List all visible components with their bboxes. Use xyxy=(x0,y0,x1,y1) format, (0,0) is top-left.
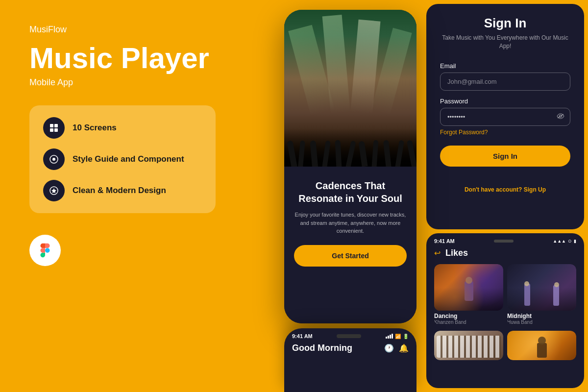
svg-rect-1 xyxy=(54,124,58,127)
style-icon xyxy=(43,148,65,170)
signin-subtitle: Take Music with You Everywhere with Our … xyxy=(440,34,570,50)
concert-image xyxy=(284,10,416,182)
signin-button[interactable]: Sign In xyxy=(440,146,570,167)
likes-wifi-icon: ⊙ xyxy=(568,239,572,244)
piano-artwork xyxy=(434,331,503,360)
signup-action[interactable]: Sign Up xyxy=(524,186,546,193)
dancing-artwork xyxy=(434,264,503,311)
svg-rect-2 xyxy=(50,128,53,132)
likes-title: Likes xyxy=(445,248,468,258)
email-input[interactable] xyxy=(440,73,570,91)
feature-style: Style Guide and Component xyxy=(43,148,202,170)
svg-rect-0 xyxy=(50,124,53,127)
middle-panel: Cadences That Resonate in Your Soul Enjo… xyxy=(274,0,426,392)
likes-item-midnight[interactable]: Midnight Huwa Band xyxy=(507,264,576,325)
signup-link: Don't have account? Sign Up xyxy=(440,186,570,193)
phone-tagline: Cadences That Resonate in Your Soul xyxy=(294,179,407,205)
midnight-title: Midnight xyxy=(507,313,576,319)
subtitle: Mobile App xyxy=(29,77,245,88)
features-card: 10 Screens Style Guide and Component Cle… xyxy=(29,105,216,213)
password-input[interactable] xyxy=(440,108,570,126)
good-morning-text: Good Morning 🕐 🔔 xyxy=(292,343,409,353)
gm-icons: 🕐 🔔 xyxy=(384,343,409,353)
brand-name: MusiFlow xyxy=(29,24,245,35)
likes-notch xyxy=(494,240,514,243)
likes-grid: Dancing Khanzen Band Midnight Huwa Band xyxy=(426,264,584,331)
small-status-time: 9:41 AM xyxy=(292,333,313,339)
svg-rect-3 xyxy=(54,128,58,132)
likes-item-piano[interactable] xyxy=(434,331,503,360)
phone-main-content: Cadences That Resonate in Your Soul Enjo… xyxy=(284,167,416,323)
left-panel: MusiFlow Music Player Mobile App 10 Scre… xyxy=(0,0,274,392)
feature-screens-text: 10 Screens xyxy=(73,123,117,133)
midnight-artist: Huwa Band xyxy=(507,319,576,325)
phone-main: Cadences That Resonate in Your Soul Enjo… xyxy=(284,10,416,323)
eye-icon[interactable] xyxy=(557,113,564,121)
bell-icon: 🔔 xyxy=(399,343,409,353)
likes-status-time: 9:41 AM xyxy=(434,238,455,244)
main-title: Music Player xyxy=(29,43,245,74)
likes-row2 xyxy=(426,331,584,360)
screens-icon xyxy=(43,117,65,139)
likes-status-right: ▲▲▲ ⊙ ▮ xyxy=(553,239,576,244)
phone-small-status: 9:41 AM 📶 🔋 xyxy=(284,328,416,339)
likes-signal-icon: ▲▲▲ xyxy=(553,239,566,244)
svg-point-5 xyxy=(52,158,55,161)
phone-small-content: Good Morning 🕐 🔔 xyxy=(284,339,416,357)
back-icon[interactable]: ↩ xyxy=(434,248,441,258)
notch-pill xyxy=(337,334,361,338)
forgot-password-link[interactable]: Forgot Password? xyxy=(440,129,570,136)
likes-item-dancing[interactable]: Dancing Khanzen Band xyxy=(434,264,503,325)
feature-design-text: Clean & Modern Design xyxy=(73,186,166,196)
feature-design: Clean & Modern Design xyxy=(43,180,202,201)
clock-icon: 🕐 xyxy=(384,343,394,353)
signal-icon xyxy=(386,334,393,339)
phone-small: 9:41 AM 📶 🔋 Good Morning 🕐 🔔 xyxy=(284,328,416,392)
signin-title: Sign In xyxy=(440,16,570,31)
no-account-text: Don't have account? xyxy=(465,186,522,193)
midnight-artwork xyxy=(507,264,576,311)
design-icon xyxy=(43,180,65,201)
password-label: Password xyxy=(440,98,570,105)
likes-header: ↩ Likes xyxy=(426,246,584,264)
dancing-title: Dancing xyxy=(434,313,503,319)
get-started-button[interactable]: Get Started xyxy=(294,245,407,267)
feature-screens: 10 Screens xyxy=(43,117,202,139)
likes-item-headphone[interactable] xyxy=(507,331,576,360)
feature-style-text: Style Guide and Component xyxy=(73,154,184,164)
phone-description: Enjoy your favorite tunes, discover new … xyxy=(294,211,407,235)
likes-battery-icon: ▮ xyxy=(574,239,576,244)
likes-status-bar: 9:41 AM ▲▲▲ ⊙ ▮ xyxy=(426,233,584,246)
headphone-artwork xyxy=(507,331,576,360)
right-panel: Sign In Take Music with You Everywhere w… xyxy=(426,0,588,392)
dancing-artist: Khanzen Band xyxy=(434,319,503,325)
email-label: Email xyxy=(440,62,570,70)
signin-card: Sign In Take Music with You Everywhere w… xyxy=(426,4,584,229)
password-wrapper xyxy=(440,108,570,126)
likes-card: 9:41 AM ▲▲▲ ⊙ ▮ ↩ Likes xyxy=(426,233,584,388)
figma-badge xyxy=(29,235,61,266)
